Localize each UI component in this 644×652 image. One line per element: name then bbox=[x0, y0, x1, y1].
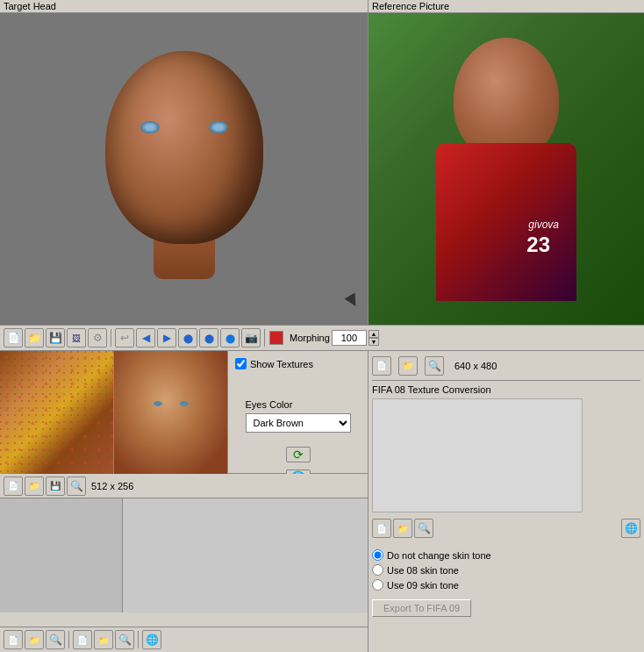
morphing-decrement[interactable]: ▼ bbox=[369, 338, 379, 346]
skin-tone-radio2[interactable] bbox=[372, 564, 383, 576]
tex-open-btn[interactable]: 📁 bbox=[25, 476, 44, 496]
morphing-spinner: ▲ ▼ bbox=[369, 330, 379, 346]
btl-icon2: 📁 bbox=[29, 635, 39, 645]
toolbar-camera-btn[interactable]: 📷 bbox=[241, 328, 261, 347]
bottom-row: Show Textures Eyes Color Dark Brown Brow… bbox=[0, 351, 644, 652]
show-textures-checkbox[interactable] bbox=[235, 358, 247, 369]
right-zoom-icon: 🔍 bbox=[428, 360, 441, 372]
main-layout: Target Head Reference Picture bbox=[0, 0, 644, 652]
rt-zoom-icon: 🔍 bbox=[418, 522, 431, 534]
preview-box-2 bbox=[123, 498, 368, 613]
btl-globe-btn[interactable]: 🌐 bbox=[142, 630, 161, 649]
nav-left-icon: ◀ bbox=[142, 332, 150, 344]
toolbar-export-img-btn[interactable]: 🖼 bbox=[67, 328, 86, 347]
toolbar-save-btn[interactable]: 💾 bbox=[46, 328, 65, 347]
toolbar-open-btn[interactable]: 📁 bbox=[25, 328, 44, 347]
sep2 bbox=[264, 329, 265, 347]
skin-tone-option1-row: Do not change skin tone bbox=[372, 549, 640, 561]
sep4 bbox=[138, 631, 139, 648]
ref-jersey: givova 23 bbox=[436, 143, 576, 301]
fifa-texture-title: FIFA 08 Texture Conversion bbox=[372, 384, 640, 395]
circle-icon1: ⬤ bbox=[183, 333, 193, 343]
toolbar-settings-btn[interactable]: ⚙ bbox=[88, 328, 107, 347]
left-panel: Target Head bbox=[0, 0, 369, 325]
reference-picture-title: Reference Picture bbox=[369, 0, 644, 13]
bottom-left: Show Textures Eyes Color Dark Brown Brow… bbox=[0, 351, 369, 652]
tex-zoom-btn[interactable]: 🔍 bbox=[67, 476, 86, 496]
rt-zoom-btn[interactable]: 🔍 bbox=[414, 519, 433, 538]
toolbar-circle-btn3[interactable]: ⬤ bbox=[220, 328, 240, 347]
save-icon: 💾 bbox=[49, 332, 62, 344]
target-head-title: Target Head bbox=[0, 0, 368, 13]
btl-btn1[interactable]: 📄 bbox=[4, 630, 23, 649]
right-top-info: 📄 📁 🔍 640 x 480 bbox=[372, 355, 640, 381]
skin-tone-label3: Use 09 skin tone bbox=[387, 580, 459, 591]
eyes-color-dropdown[interactable]: Dark Brown Brown Blue Green Gray Hazel bbox=[246, 413, 351, 433]
btl-globe-icon: 🌐 bbox=[146, 634, 159, 646]
right-icon-btn1[interactable]: 📄 bbox=[372, 356, 391, 376]
rt-btn1[interactable]: 📄 bbox=[372, 519, 391, 538]
toolbar-nav-right-btn[interactable]: ▶ bbox=[157, 328, 176, 347]
face-3d-canvas bbox=[0, 13, 368, 325]
bottom-right: 📄 📁 🔍 640 x 480 FIFA 08 Texture Conversi… bbox=[369, 351, 644, 652]
skin-tone-label2: Use 08 skin tone bbox=[387, 565, 459, 576]
tex-open-icon: 📁 bbox=[29, 481, 39, 491]
sep3 bbox=[68, 631, 69, 648]
toolbar-undo-btn[interactable]: ↩ bbox=[115, 328, 134, 347]
right-icon1: 📄 bbox=[376, 361, 387, 370]
tex-save-btn[interactable]: 💾 bbox=[46, 476, 65, 496]
btl-icon1: 📄 bbox=[8, 635, 18, 645]
tex-new-icon: 📄 bbox=[8, 481, 18, 491]
tex-zoom-icon: 🔍 bbox=[70, 480, 83, 492]
right-icon2: 📁 bbox=[403, 361, 413, 370]
right-bottom-toolbar: 📄 📁 🔍 🌐 bbox=[372, 516, 640, 541]
btl-btn6[interactable]: 🔍 bbox=[115, 630, 134, 649]
btl-icon5: 📁 bbox=[98, 635, 109, 645]
face-eye-right bbox=[209, 121, 228, 133]
face-canvas bbox=[70, 33, 298, 305]
btl-btn5[interactable]: 📁 bbox=[94, 630, 113, 649]
resolution-label: 640 x 480 bbox=[454, 361, 497, 371]
tex-new-btn[interactable]: 📄 bbox=[4, 476, 23, 496]
export-btn[interactable]: Export To FIFA 09 bbox=[372, 599, 471, 617]
toolbar-circle-btn2[interactable]: ⬤ bbox=[199, 328, 218, 347]
skin-tone-radio1[interactable] bbox=[372, 549, 383, 561]
main-toolbar: 📄 📁 💾 🖼 ⚙ ↩ ◀ ▶ ⬤ ⬤ ⬤ bbox=[0, 325, 644, 351]
btl-icon6: 🔍 bbox=[118, 634, 132, 646]
morphing-increment[interactable]: ▲ bbox=[369, 330, 379, 338]
refresh-icon: ⟳ bbox=[293, 448, 304, 462]
preview-box-1 bbox=[0, 498, 123, 613]
apply-eyes-btn[interactable]: ⟳ bbox=[286, 447, 311, 462]
ref-head bbox=[454, 38, 559, 161]
face-thumb-eyes bbox=[154, 401, 189, 406]
show-textures-label: Show Textures bbox=[250, 359, 313, 369]
rt-globe-btn[interactable]: 🌐 bbox=[621, 519, 640, 538]
rt-icon2: 📁 bbox=[397, 524, 408, 534]
skin-tone-section: Do not change skin tone Use 08 skin tone… bbox=[372, 546, 640, 594]
rt-btn2[interactable]: 📁 bbox=[393, 519, 412, 538]
btl-btn2[interactable]: 📁 bbox=[25, 630, 44, 649]
skin-tone-radio3[interactable] bbox=[372, 579, 383, 591]
right-zoom-btn[interactable]: 🔍 bbox=[425, 356, 444, 376]
right-icon-btn2[interactable]: 📁 bbox=[398, 356, 418, 376]
btl-btn3[interactable]: 🔍 bbox=[46, 630, 65, 649]
undo-icon: ↩ bbox=[120, 332, 129, 344]
tex-save-icon: 💾 bbox=[50, 481, 61, 491]
ref-text-number: 23 bbox=[526, 233, 550, 257]
new-icon: 📄 bbox=[7, 332, 20, 344]
skin-texture-thumb bbox=[0, 351, 114, 474]
export-btn-label: Export To FIFA 09 bbox=[383, 603, 460, 613]
toolbar-nav-left-btn[interactable]: ◀ bbox=[136, 328, 155, 347]
top-row: Target Head Reference Picture bbox=[0, 0, 644, 325]
toolbar-new-btn[interactable]: 📄 bbox=[4, 328, 23, 347]
btl-btn4[interactable]: 📄 bbox=[73, 630, 92, 649]
show-textures-row: Show Textures bbox=[235, 358, 313, 369]
sep1 bbox=[111, 329, 111, 347]
circle-icon3: ⬤ bbox=[225, 333, 235, 343]
face-thumb-eye-right bbox=[180, 401, 189, 406]
toolbar-circle-btn1[interactable]: ⬤ bbox=[178, 328, 197, 347]
red-square-icon bbox=[269, 331, 283, 345]
eyes-color-label: Eyes Color bbox=[246, 399, 351, 410]
cursor-arrow bbox=[344, 292, 361, 309]
morphing-input[interactable]: 100 bbox=[332, 330, 367, 346]
